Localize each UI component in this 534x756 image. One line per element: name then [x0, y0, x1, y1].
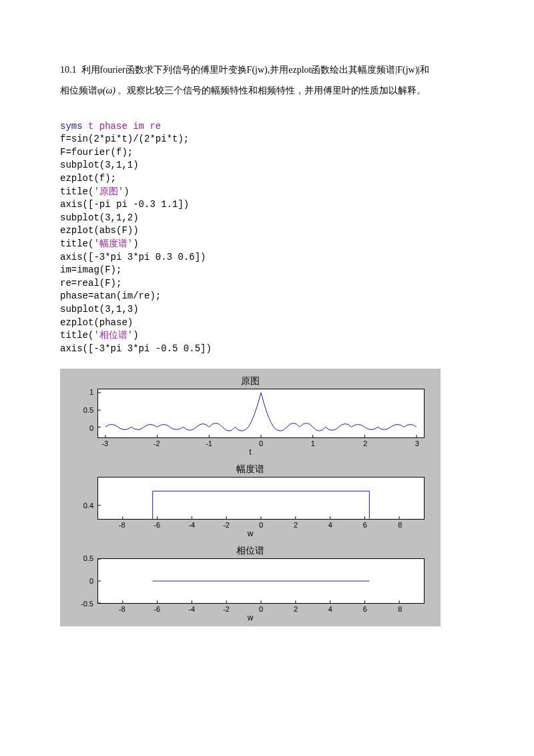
- x-tick: 4: [328, 605, 332, 613]
- subplot-1-title: 原图: [69, 375, 431, 387]
- y-tick: 0.5: [83, 406, 93, 414]
- x-tick: 6: [363, 605, 367, 613]
- x-ticks-3: -8 -6 -4 -2 0 2 4 6 8: [97, 605, 425, 614]
- code-line: title(: [60, 238, 93, 249]
- x-tick: -2: [223, 605, 230, 613]
- sinc-curve: [105, 393, 417, 431]
- string-literal: '原图': [93, 186, 123, 197]
- x-tick: 2: [363, 439, 367, 447]
- plot-box-1: [97, 389, 425, 438]
- x-tick: 6: [363, 521, 367, 529]
- x-tick: 0: [259, 439, 263, 447]
- svg-plot-2: [98, 478, 424, 519]
- rect-curve: [153, 492, 370, 520]
- x-ticks-1: -3 -2 -1 0 1 2 3: [97, 439, 425, 449]
- x-tick: 4: [328, 521, 332, 529]
- axes-3: 0.5 0 -0.5: [69, 558, 431, 614]
- svg-plot-3: [98, 559, 424, 603]
- code-line: im=imag(F);: [60, 264, 121, 275]
- x-tick: -8: [119, 521, 125, 529]
- problem-line2a: 相位频谱: [60, 85, 97, 96]
- code-line: subplot(3,1,2): [60, 212, 139, 223]
- subplot-3-title: 相位谱: [69, 545, 431, 557]
- code-line: F=fourier(f);: [60, 147, 133, 158]
- x-tick: -6: [154, 521, 160, 529]
- code-line: phase=atan(im/re);: [60, 291, 161, 301]
- code-line: subplot(3,1,3): [60, 304, 139, 315]
- code-line: re=real(F);: [60, 278, 121, 289]
- svg-plot-1: [98, 389, 424, 437]
- code-line: title(: [60, 186, 93, 197]
- phi-symbol: φ(ω): [97, 85, 115, 96]
- x-ticks-2: -8 -6 -4 -2 0 2 4 6 8: [97, 521, 425, 530]
- code-line: ): [123, 186, 129, 197]
- y-ticks-1: 1 0.5 0: [69, 389, 95, 438]
- y-ticks-3: 0.5 0 -0.5: [69, 558, 95, 604]
- code-line: f=sin(2*pi*t)/(2*pi*t);: [60, 134, 189, 144]
- x-tick: -4: [188, 605, 195, 613]
- x-tick: -2: [223, 521, 230, 529]
- code-line: ): [133, 330, 138, 341]
- x-tick: 0: [259, 605, 263, 613]
- matlab-figure: 原图 1 0.5 0: [60, 369, 441, 626]
- x-tick: -6: [154, 605, 160, 613]
- document-page: 10.1 利用fourier函数求下列信号的傅里叶变换F(jw),并用ezplo…: [0, 0, 534, 653]
- axes-1: 1 0.5 0: [69, 389, 431, 449]
- problem-line2b: 。观察比较三个信号的幅频特性和相频特性，并用傅里叶的性质加以解释。: [117, 85, 426, 96]
- subplot-2-title: 幅度谱: [69, 463, 431, 476]
- y-tick: 0: [89, 424, 93, 432]
- code-line: ezplot(f);: [60, 173, 116, 184]
- y-tick: 0.5: [83, 554, 93, 562]
- axes-2: 0.4: [69, 477, 431, 530]
- x-tick: -8: [119, 605, 125, 613]
- x-tick: 2: [294, 521, 298, 529]
- code-line: ezplot(phase): [60, 317, 133, 328]
- subplot-1: 原图 1 0.5 0: [69, 375, 431, 457]
- code-line: ezplot(abs(F)): [60, 225, 139, 236]
- y-tick: -0.5: [81, 600, 93, 608]
- code-line: ): [133, 238, 138, 249]
- x-tick: 1: [311, 439, 315, 447]
- x-tick: -2: [154, 439, 160, 447]
- problem-line1: 利用fourier函数求下列信号的傅里叶变换F(jw),并用ezplot函数绘出…: [81, 65, 430, 75]
- string-literal: '相位谱': [93, 330, 133, 341]
- x-tick: 3: [415, 439, 419, 447]
- y-ticks-2: 0.4: [69, 477, 95, 520]
- problem-statement: 10.1 利用fourier函数求下列信号的傅里叶变换F(jw),并用ezplo…: [60, 60, 474, 102]
- x-tick: 0: [259, 521, 263, 529]
- subplot-2: 幅度谱 0.4: [69, 463, 431, 538]
- x-tick: -1: [206, 439, 212, 447]
- x-label-2: w: [69, 529, 431, 538]
- x-tick: 2: [294, 605, 298, 613]
- x-tick: 8: [398, 605, 402, 613]
- syms-vars: t phase im re: [83, 121, 162, 132]
- y-tick: 0.4: [83, 502, 93, 510]
- x-label-3: w: [69, 613, 431, 622]
- string-literal: '幅度谱': [93, 238, 133, 249]
- subplot-3: 相位谱 0.5 0 -0.5: [69, 545, 431, 622]
- y-tick: 0: [89, 577, 93, 585]
- code-line: subplot(3,1,1): [60, 160, 139, 170]
- matlab-code: syms t phase im re f=sin(2*pi*t)/(2*pi*t…: [60, 120, 474, 356]
- code-line: axis([-pi pi -0.3 1.1]): [60, 199, 189, 210]
- x-tick: 8: [398, 521, 402, 529]
- code-line: axis([-3*pi 3*pi 0.3 0.6]): [60, 252, 206, 262]
- y-tick: 1: [89, 388, 93, 396]
- keyword-syms: syms: [60, 121, 83, 132]
- x-label-1: t: [69, 447, 431, 457]
- x-tick: -4: [188, 521, 195, 529]
- problem-number: 10.1: [60, 65, 77, 75]
- x-tick: -3: [101, 439, 108, 447]
- code-line: title(: [60, 330, 93, 341]
- plot-box-3: [97, 558, 425, 604]
- plot-box-2: [97, 477, 425, 520]
- code-line: axis([-3*pi 3*pi -0.5 0.5]): [60, 343, 212, 354]
